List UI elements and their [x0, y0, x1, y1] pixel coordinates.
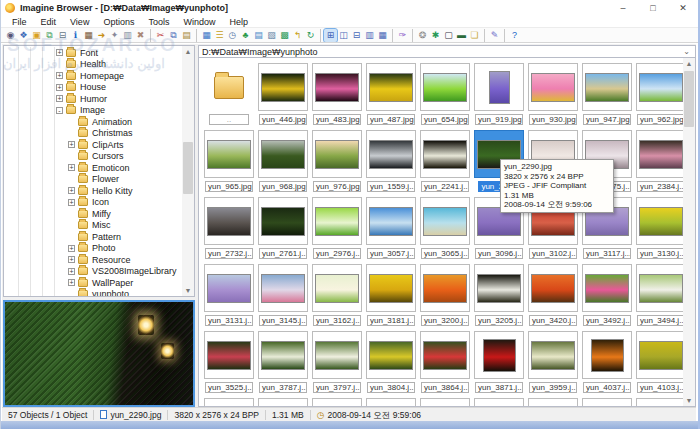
tree-item-cursors[interactable]: Cursors — [4, 151, 182, 163]
tree-item-image[interactable]: -Image — [4, 105, 182, 117]
thumbnail-cell[interactable]: yun_3494.j... — [636, 264, 683, 324]
expander-icon[interactable]: + — [56, 84, 63, 91]
list-view-icon[interactable]: ☰ — [213, 29, 226, 42]
thumbnail-cell[interactable]: yun_3797.j... — [312, 331, 362, 391]
tree-item-miffy[interactable]: Miffy — [4, 208, 182, 220]
edit-image-icon[interactable]: ✎ — [488, 29, 501, 42]
tree-item-house[interactable]: +House — [4, 82, 182, 94]
tree-item-resource[interactable]: +Resource — [4, 254, 182, 266]
archive-icon[interactable]: ▥ — [121, 29, 134, 42]
thumbnail-cell[interactable]: yun_3057.j... — [366, 197, 416, 257]
thumbnail-cell[interactable]: yun_2384.j... — [636, 130, 683, 190]
thumbnail-cell[interactable] — [312, 398, 362, 406]
thumbnail-cell[interactable]: yun_4103.j... — [636, 331, 683, 391]
magic-wand-icon[interactable]: ✑ — [396, 29, 409, 42]
tree-item-cliparts[interactable]: +ClipArts — [4, 139, 182, 151]
tree-item-font[interactable]: +Font — [4, 47, 182, 59]
expander-icon[interactable]: + — [68, 164, 75, 171]
grid-view-icon[interactable]: ▤ — [252, 29, 265, 42]
slideshow-icon[interactable]: ▢ — [442, 29, 455, 42]
layout-quad-icon[interactable]: ▦ — [376, 29, 389, 42]
expander-icon[interactable]: + — [56, 95, 63, 102]
thumbnail-cell[interactable]: yun_919.jpg — [474, 63, 524, 123]
menu-item-file[interactable]: File — [5, 16, 34, 28]
thumbnail-cell[interactable] — [636, 398, 683, 406]
thumbnail-cell[interactable] — [366, 398, 416, 406]
thumbnail-cell[interactable] — [528, 398, 578, 406]
tree-item-humor[interactable]: +Humor — [4, 93, 182, 105]
thumbnail-cell[interactable] — [420, 398, 470, 406]
menu-item-window[interactable]: Window — [176, 16, 222, 28]
thumbnail-cell[interactable]: yun_3065.j... — [420, 197, 470, 257]
scroll-down-icon[interactable]: ▼ — [182, 285, 194, 296]
tree-view-icon[interactable]: ♣ — [239, 29, 252, 42]
details-view-icon[interactable]: ◷ — [226, 29, 239, 42]
tree-item-hello-kitty[interactable]: +Hello Kitty — [4, 185, 182, 197]
maximize-button[interactable]: □ — [638, 0, 668, 16]
tree-item-vs2008imagelibrary[interactable]: +VS2008ImageLibrary — [4, 266, 182, 278]
thumbnail-cell[interactable]: yun_3200.j... — [420, 264, 470, 324]
close-button[interactable]: ✕ — [668, 0, 698, 16]
menu-item-view[interactable]: View — [63, 16, 96, 28]
layout-horizontal-icon[interactable]: ⊟ — [350, 29, 363, 42]
expander-icon[interactable]: + — [68, 279, 75, 286]
thumbnail-cell[interactable] — [204, 398, 254, 406]
thumbnail-cell[interactable]: yun_2976.j... — [312, 197, 362, 257]
thumbnail-cell[interactable]: yun_2732.j... — [204, 197, 254, 257]
tree-item-christmas[interactable]: Christmas — [4, 128, 182, 140]
expander-icon[interactable]: + — [68, 245, 75, 252]
thumbnail-cell[interactable]: yun_3525.j... — [204, 331, 254, 391]
thumbnail-cell[interactable]: yun_3787.j... — [258, 331, 308, 391]
thumbnail-cell[interactable]: yun_4037.j... — [582, 331, 632, 391]
browse-icon[interactable]: ❖ — [17, 29, 30, 42]
thumbnail-cell[interactable]: yun_3492.j... — [582, 264, 632, 324]
tree-item-photo[interactable]: +Photo — [4, 243, 182, 255]
expander-icon[interactable]: - — [56, 107, 63, 114]
thumbnail-cell[interactable]: yun_968.jpg — [258, 130, 308, 190]
thumbnail-cell[interactable]: yun_3804.j... — [366, 331, 416, 391]
tree-item-animation[interactable]: Animation — [4, 116, 182, 128]
refresh-icon[interactable]: ↻ — [304, 29, 317, 42]
thumbnail-cell[interactable]: yun_962.jpg — [636, 63, 683, 123]
expander-icon[interactable]: + — [56, 49, 63, 56]
thumbnail-cell[interactable]: yun_3181.j... — [366, 264, 416, 324]
delete-icon[interactable]: ✖ — [134, 29, 147, 42]
thumbnail-cell[interactable]: yun_976.jpg — [312, 130, 362, 190]
thumbnail-cell[interactable] — [582, 398, 632, 406]
menu-item-tools[interactable]: Tools — [141, 16, 176, 28]
thumbnail-cell[interactable]: yun_3959.j... — [528, 331, 578, 391]
thumbnail-cell[interactable]: yun_1559.j... — [366, 130, 416, 190]
thumbnail-cell[interactable]: yun_3131.j... — [204, 264, 254, 324]
thumbnail-cell[interactable]: yun_3205.j... — [474, 264, 524, 324]
thumbnail-cell[interactable]: yun_446.jpg — [258, 63, 308, 123]
parent-folder-cell[interactable]: .. — [204, 63, 254, 123]
grid-scrollbar[interactable]: ▲ ▼ — [683, 58, 695, 406]
file-info-icon[interactable]: ℹ — [69, 29, 82, 42]
pin-icon[interactable]: ✦ — [108, 29, 121, 42]
layout-two-pane-icon[interactable]: ◫ — [337, 29, 350, 42]
expander-icon[interactable]: + — [68, 268, 75, 275]
tree-item-pattern[interactable]: Pattern — [4, 231, 182, 243]
layout-single-icon[interactable]: ⊞ — [324, 29, 337, 42]
menu-item-help[interactable]: Help — [222, 16, 255, 28]
layout-vertical-icon[interactable]: ▥ — [363, 29, 376, 42]
expander-icon[interactable]: + — [56, 72, 63, 79]
grid-scrollbar-thumb[interactable] — [684, 71, 694, 127]
thumbnail-cell[interactable]: yun_3162.j... — [312, 264, 362, 324]
tree-item-homepage[interactable]: +Homepage — [4, 70, 182, 82]
thumbnail-cell[interactable]: yun_947.jpg — [582, 63, 632, 123]
thumbnail-cell[interactable] — [474, 398, 524, 406]
scroll-down-icon[interactable]: ▼ — [683, 395, 695, 406]
tree-item-icon[interactable]: +Icon — [4, 197, 182, 209]
tree-item-yunphoto[interactable]: yunphoto — [4, 289, 182, 298]
thumbnail-cell[interactable]: yun_965.jpg — [204, 130, 254, 190]
paste-icon[interactable]: ▤ — [180, 29, 193, 42]
thumbnail-cell[interactable]: yun_2761.j... — [258, 197, 308, 257]
filmstrip-icon[interactable]: ▬ — [455, 29, 468, 42]
thumbnail-cell[interactable]: yun_3145.j... — [258, 264, 308, 324]
move-to-folder-icon[interactable]: ➜ — [95, 29, 108, 42]
expander-icon[interactable]: + — [68, 141, 75, 148]
thumbnail-cell[interactable]: yun_930.jpg — [528, 63, 578, 123]
effects-icon[interactable]: ❏ — [468, 29, 481, 42]
thumbnail-cell[interactable] — [258, 398, 308, 406]
